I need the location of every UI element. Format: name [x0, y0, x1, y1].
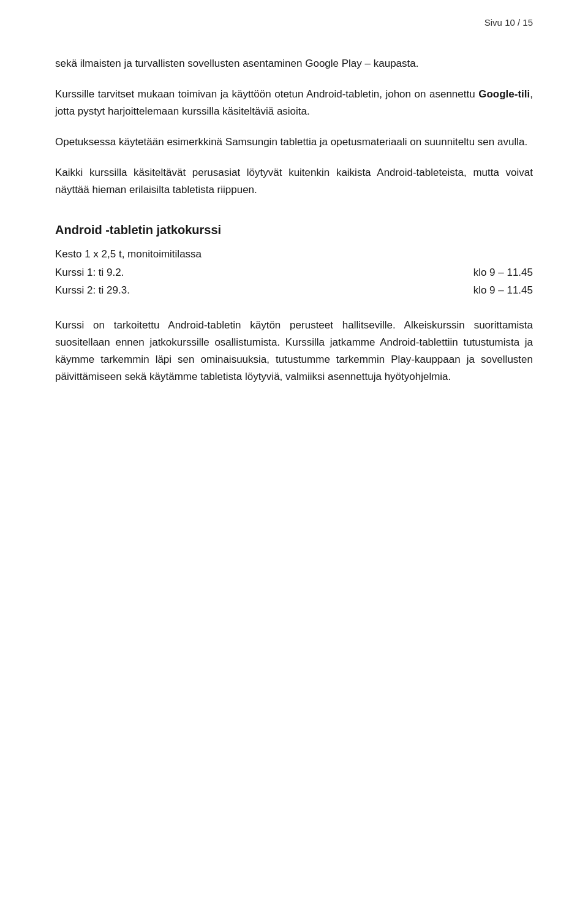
paragraph-2-bold: Google-tili	[478, 88, 530, 100]
paragraph-3-text: Opetuksessa käytetään esimerkkinä Samsun…	[55, 136, 527, 148]
course-row-2: Kurssi 2: ti 29.3. klo 9 – 11.45	[55, 282, 533, 300]
paragraph-4: Kaikki kurssilla käsiteltävät perusasiat…	[55, 164, 533, 199]
course1-label: Kurssi 1: ti 9.2.	[55, 264, 435, 282]
page-number: Sivu 10 / 15	[484, 17, 533, 28]
paragraph-1: sekä ilmaisten ja turvallisten sovellust…	[55, 55, 533, 72]
course2-label: Kurssi 2: ti 29.3.	[55, 282, 435, 300]
paragraph-5-text: Kurssi on tarkoitettu Android-tabletin k…	[55, 319, 533, 382]
content-body: sekä ilmaisten ja turvallisten sovellust…	[55, 55, 533, 385]
duration-line: Kesto 1 x 2,5 t, monitoimitilassa	[55, 248, 533, 260]
paragraph-5: Kurssi on tarkoitettu Android-tabletin k…	[55, 317, 533, 385]
course-info-block: Kesto 1 x 2,5 t, monitoimitilassa Kurssi…	[55, 248, 533, 300]
section-heading: Android -tabletin jatkokurssi	[55, 223, 533, 237]
paragraph-4-text: Kaikki kurssilla käsiteltävät perusasiat…	[55, 167, 533, 195]
page-container: Sivu 10 / 15 sekä ilmaisten ja turvallis…	[0, 0, 588, 918]
course-row-1: Kurssi 1: ti 9.2. klo 9 – 11.45	[55, 264, 533, 282]
course2-time: klo 9 – 11.45	[435, 282, 533, 300]
paragraph-3: Opetuksessa käytetään esimerkkinä Samsun…	[55, 134, 533, 151]
paragraph-1-text: sekä ilmaisten ja turvallisten sovellust…	[55, 58, 418, 69]
paragraph-2-part1: Kurssille tarvitset mukaan toimivan ja k…	[55, 88, 478, 100]
paragraph-2: Kurssille tarvitset mukaan toimivan ja k…	[55, 86, 533, 120]
course1-time: klo 9 – 11.45	[435, 264, 533, 282]
